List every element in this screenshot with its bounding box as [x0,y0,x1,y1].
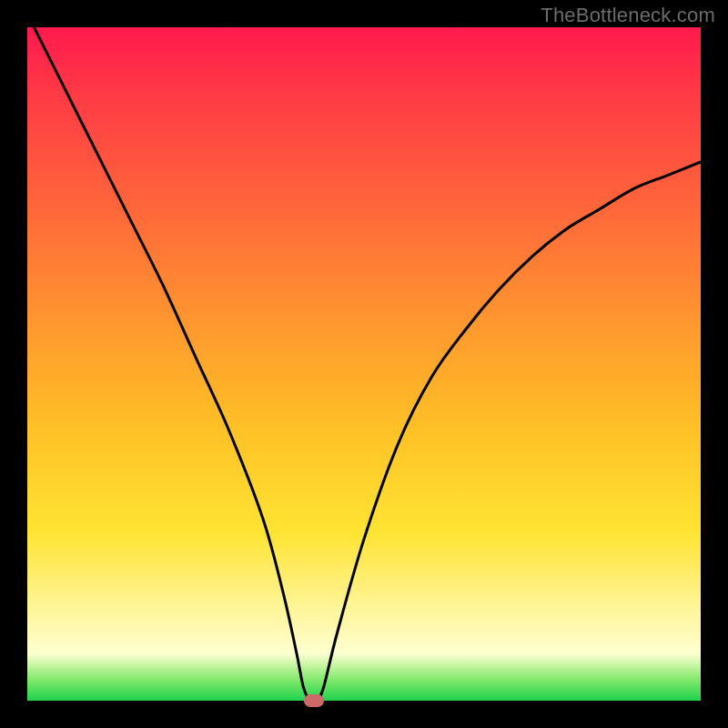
optimal-point-marker [304,694,324,707]
chart-curve-layer [27,27,701,701]
bottleneck-curve [34,27,701,703]
watermark-text: TheBottleneck.com [541,4,715,27]
chart-frame: TheBottleneck.com [0,0,728,728]
